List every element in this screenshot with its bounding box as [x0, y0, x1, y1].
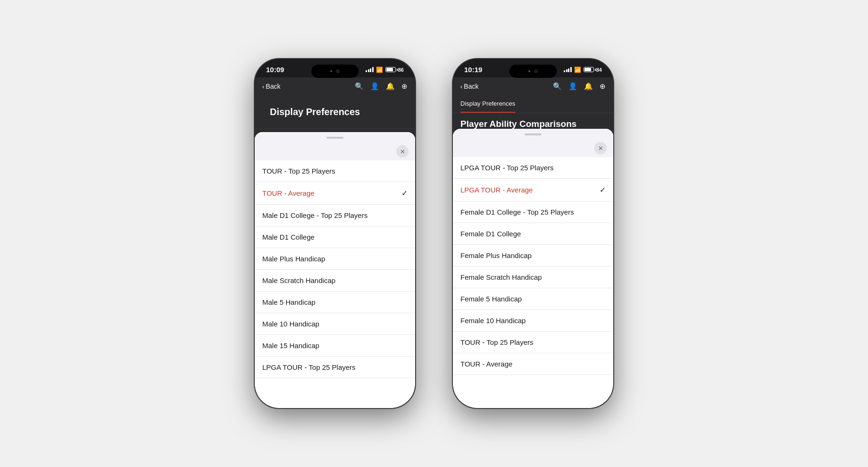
person-icon-2[interactable]: 👤: [568, 82, 577, 91]
checkmark-icon: ✓: [401, 189, 408, 198]
back-chevron-icon: ‹: [262, 83, 264, 90]
checkmark-icon-2: ✓: [600, 185, 606, 194]
back-label-1: Back: [266, 83, 280, 90]
phone-1: 10:09 📶 86: [255, 59, 415, 408]
list-item[interactable]: Female 5 Handicap: [453, 288, 613, 310]
sheet-handle-area-1: [255, 132, 415, 142]
page-title-1: Display Preferences: [262, 101, 408, 121]
person-icon[interactable]: 👤: [370, 82, 379, 91]
battery-icon-1: [385, 67, 396, 72]
list-item[interactable]: Male D1 College - Top 25 Players: [255, 205, 415, 226]
nav-icons-1: 🔍 👤 🔔 ⊕: [355, 82, 408, 91]
list-item[interactable]: Female 10 Handicap: [453, 310, 613, 332]
bottom-sheet-2[interactable]: ✕ LPGA TOUR - Top 25 Players LPGA TOUR -…: [453, 129, 613, 408]
list-item[interactable]: Male 15 Handicap: [255, 335, 415, 357]
bell-icon-2[interactable]: 🔔: [584, 82, 593, 91]
phone-2: 10:19 📶 84: [453, 59, 613, 408]
signal-icon: [366, 67, 374, 72]
island-camera-2: [534, 69, 538, 73]
subtitle-2: Player Ability Comparisons: [460, 119, 606, 129]
bottom-sheet-1[interactable]: ✕ TOUR - Top 25 Players TOUR - Average ✓…: [255, 132, 415, 408]
island-green-dot-2: [528, 70, 530, 72]
list-item[interactable]: Female Scratch Handicap: [453, 267, 613, 288]
status-time-2: 10:19: [464, 66, 482, 74]
signal-icon-2: [564, 67, 572, 72]
list-item[interactable]: Male 5 Handicap: [255, 292, 415, 313]
sheet-close-row-1: ✕: [255, 142, 415, 160]
list-1: TOUR - Top 25 Players TOUR - Average ✓ M…: [255, 160, 415, 408]
sheet-close-row-2: ✕: [453, 139, 613, 157]
back-label-2: Back: [464, 83, 478, 90]
list-item[interactable]: Female D1 College: [453, 223, 613, 245]
sheet-handle-1: [326, 137, 343, 139]
wifi-icon: 📶: [376, 67, 383, 73]
back-chevron-icon-2: ‹: [460, 83, 462, 90]
battery-level-1: 86: [398, 67, 404, 73]
list-item-selected-2[interactable]: LPGA TOUR - Average ✓: [453, 179, 613, 201]
list-item-selected[interactable]: TOUR - Average ✓: [255, 182, 415, 205]
header-section-2: Display Preferences: [453, 95, 613, 113]
nav-icons-2: 🔍 👤 🔔 ⊕: [553, 82, 606, 91]
list-item[interactable]: TOUR - Average: [453, 353, 613, 375]
list-item[interactable]: LPGA TOUR - Top 25 Players: [255, 357, 415, 378]
battery-level-2: 84: [596, 67, 602, 73]
close-button-2[interactable]: ✕: [594, 142, 607, 154]
nav-bar-2: ‹ Back 🔍 👤 🔔 ⊕: [453, 77, 613, 95]
list-item[interactable]: Female Plus Handicap: [453, 245, 613, 267]
search-icon[interactable]: 🔍: [355, 82, 364, 91]
list-item[interactable]: Male 10 Handicap: [255, 313, 415, 335]
header-section-1: Display Preferences: [255, 95, 415, 129]
list-item[interactable]: Male Scratch Handicap: [255, 270, 415, 292]
sheet-handle-2: [525, 133, 542, 135]
wifi-icon-2: 📶: [574, 67, 581, 73]
list-item[interactable]: LPGA TOUR - Top 25 Players: [453, 157, 613, 179]
list-item[interactable]: Male Plus Handicap: [255, 248, 415, 270]
list-2: LPGA TOUR - Top 25 Players LPGA TOUR - A…: [453, 157, 613, 408]
tab-bar-2: Display Preferences: [453, 95, 613, 113]
list-item[interactable]: Female D1 College - Top 25 Players: [453, 201, 613, 223]
status-time-1: 10:09: [266, 66, 284, 74]
island-green-dot: [330, 70, 332, 72]
list-item[interactable]: TOUR - Top 25 Players: [255, 160, 415, 182]
status-icons-1: 📶 86: [366, 67, 404, 73]
status-icons-2: 📶 84: [564, 67, 602, 73]
plus-icon-2[interactable]: ⊕: [600, 82, 606, 91]
sheet-handle-area-2: [453, 129, 613, 139]
close-button-1[interactable]: ✕: [396, 145, 409, 158]
bell-icon[interactable]: 🔔: [386, 82, 395, 91]
nav-bar-1: ‹ Back 🔍 👤 🔔 ⊕: [255, 77, 415, 95]
dynamic-island: [311, 65, 359, 78]
battery-icon-2: [584, 67, 594, 72]
list-item[interactable]: Male D1 College: [255, 226, 415, 248]
tab-display-preferences[interactable]: Display Preferences: [460, 95, 515, 113]
dynamic-island-2: [509, 65, 557, 78]
search-icon-2[interactable]: 🔍: [553, 82, 562, 91]
back-button-2[interactable]: ‹ Back: [460, 83, 478, 90]
plus-icon[interactable]: ⊕: [401, 82, 408, 91]
list-item[interactable]: TOUR - Top 25 Players: [453, 332, 613, 353]
back-button-1[interactable]: ‹ Back: [262, 83, 280, 90]
island-camera: [336, 69, 340, 73]
